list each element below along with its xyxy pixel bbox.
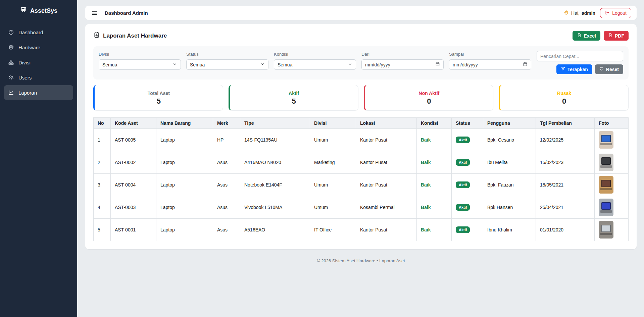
column-header-foto: Foto [595,118,629,129]
sidebar-item-divisi[interactable]: Divisi [4,55,73,70]
stat-card-aktif: Aktif5 [229,85,358,111]
stat-label: Non Aktif [368,91,490,96]
kondisi-text: Baik [421,182,431,188]
sidebar-item-label: Users [18,75,32,81]
divisi-select[interactable]: Semua [99,59,181,70]
report-icon-slot [93,32,100,40]
table-row: 3AST-0004LaptopAsusNotebook E1404FUmumKa… [94,174,629,196]
column-header-kode-aset: Kode Aset [111,118,156,129]
cell-status: Aktif [452,219,483,241]
gauge-icon [8,29,14,35]
asset-photo[interactable] [599,199,613,216]
apply-button-label: Terapkan [567,67,588,72]
report-title: Laporan Aset Hardware [93,32,167,40]
stats-row: Total Aset5Aktif5Non Aktif0Rusak0 [93,85,629,111]
cell-merk: Asus [213,151,240,174]
cell-nama: Laptop [156,174,213,196]
report-card: Laporan Aset Hardware Excel PDF Divisi [85,24,637,249]
sidebar-item-label: Divisi [18,60,31,65]
sidebar-item-hardware[interactable]: Hardware [4,40,73,55]
cell-tipe: A516EAO [240,219,310,241]
export-excel-button[interactable]: Excel [573,31,600,41]
asset-photo-screen [601,180,611,187]
sampai-date-input[interactable]: mm/dd/yyyy [449,59,531,70]
cell-no: 3 [94,174,111,196]
filter-status: Status Semua [186,51,268,70]
table-row: 5AST-0001LaptopAsusA516EAOIT OfficeKanto… [94,219,629,241]
cell-pengguna: Bpk. Fauzan [483,174,536,196]
page-title: Dashboard Admin [105,10,148,16]
funnel-icon-slot [561,66,565,72]
chevron-down-icon [348,62,352,66]
cell-tipe: Vivobook L510MA [240,196,310,219]
asset-photo[interactable] [599,221,613,239]
cell-no: 1 [94,129,111,151]
asset-photo[interactable] [599,176,613,194]
cell-tipe: 14S-FQ1135AU [240,129,310,151]
asset-photo[interactable] [599,154,613,171]
cell-merk: Asus [213,219,240,241]
cell-lokasi: Kantor Pusat [356,219,417,241]
kondisi-select[interactable]: Semua [274,59,356,70]
cell-photo [595,151,629,174]
cell-photo [595,196,629,219]
export-pdf-button[interactable]: PDF [604,31,629,41]
sidebar-item-users[interactable]: Users [4,70,73,85]
column-header-tgl-pembelian: Tgl Pembelian [536,118,595,129]
reset-filter-button[interactable]: Reset [595,64,623,74]
cell-pengguna: Bpk. Cesario [483,129,536,151]
brand-icon-slot [20,6,27,15]
filter-panel: Divisi Semua Status Semua Kondisi [93,46,629,80]
sidebar-item-dashboard[interactable]: Dashboard [4,25,73,40]
asset-photo[interactable] [599,131,613,149]
users-icon [8,74,14,81]
cell-nama: Laptop [156,129,213,151]
cell-no: 4 [94,196,111,219]
menu-toggle-button[interactable] [91,9,99,17]
pdf-button-label: PDF [615,33,624,39]
app-name: AssetSys [30,7,57,14]
cell-tipe: A416MAO N4020 [240,151,310,174]
sampai-label: Sampai [449,51,531,57]
apply-filter-button[interactable]: Terapkan [556,64,592,74]
dari-date-input[interactable]: mm/dd/yyyy [361,59,444,70]
sidebar-item-label: Dashboard [18,30,43,35]
topbar-right: Hai, admin Logout [563,8,631,18]
cell-kondisi: Baik [417,129,452,151]
pdf-file-icon-slot [608,33,613,39]
footer: © 2026 Sistem Aset Hardware • Laporan As… [85,258,637,263]
cell-kode: AST-0001 [111,219,156,241]
chevron-down-icon-slot [172,62,177,67]
filter-divisi: Divisi Semua [99,51,181,70]
stat-card-total-aset: Total Aset5 [93,85,223,111]
cell-pengguna: Ibnu Khalim [483,219,536,241]
main-content: Dashboard Admin Hai, admin Logout Lapora… [77,0,644,317]
cell-divisi: Umum [310,174,356,196]
cell-photo [595,129,629,151]
cell-status: Aktif [452,196,483,219]
reset-button-label: Reset [606,67,619,72]
sitemap-icon [8,59,14,65]
status-badge: Aktif [456,181,470,188]
logout-button[interactable]: Logout [600,8,631,18]
cell-tgl: 18/05/2021 [536,174,595,196]
asset-photo-screen [601,157,611,165]
cell-tgl: 15/02/2023 [536,151,595,174]
cell-lokasi: Kosambi Permai [356,196,417,219]
cell-no: 5 [94,219,111,241]
chevron-down-icon [172,62,177,66]
search-input[interactable] [537,51,623,61]
logout-label: Logout [612,10,627,16]
status-select[interactable]: Semua [186,59,268,70]
asset-photo-base [600,143,612,145]
divisi-label: Divisi [99,51,181,57]
cell-lokasi: Kantor Pusat [356,129,417,151]
cell-merk: Asus [213,196,240,219]
table-row: 1AST-0005LaptopHP14S-FQ1135AUUmumKantor … [94,129,629,151]
cell-nama: Laptop [156,151,213,174]
excel-file-icon-slot [577,33,582,39]
cell-tipe: Notebook E1404F [240,174,310,196]
column-header-status: Status [452,118,483,129]
funnel-icon [561,66,565,71]
sidebar-item-laporan[interactable]: Laporan [4,85,73,100]
